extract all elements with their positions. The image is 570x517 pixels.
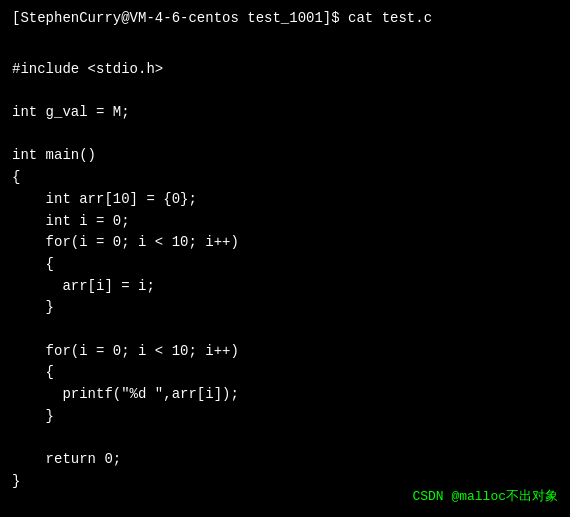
code-line — [12, 427, 558, 449]
code-line: return 0; — [12, 449, 558, 471]
code-line: int i = 0; — [12, 211, 558, 233]
code-line: } — [12, 297, 558, 319]
code-line: int arr[10] = {0}; — [12, 189, 558, 211]
code-block: #include <stdio.h> int g_val = M; int ma… — [12, 37, 558, 492]
code-line — [12, 80, 558, 102]
code-line: int main() — [12, 145, 558, 167]
code-line — [12, 37, 558, 59]
code-line: int g_val = M; — [12, 102, 558, 124]
code-line: { — [12, 254, 558, 276]
code-line: printf("%d ",arr[i]); — [12, 384, 558, 406]
code-line: { — [12, 167, 558, 189]
code-line: { — [12, 362, 558, 384]
code-line: for(i = 0; i < 10; i++) — [12, 341, 558, 363]
terminal-window: [StephenCurry@VM-4-6-centos test_1001]$ … — [0, 0, 570, 517]
code-line: arr[i] = i; — [12, 276, 558, 298]
code-line: } — [12, 406, 558, 428]
code-line: #include <stdio.h> — [12, 59, 558, 81]
prompt-line: [StephenCurry@VM-4-6-centos test_1001]$ … — [12, 8, 558, 29]
code-line — [12, 124, 558, 146]
code-line — [12, 319, 558, 341]
code-line: for(i = 0; i < 10; i++) — [12, 232, 558, 254]
watermark: CSDN @malloc不出对象 — [412, 487, 558, 505]
